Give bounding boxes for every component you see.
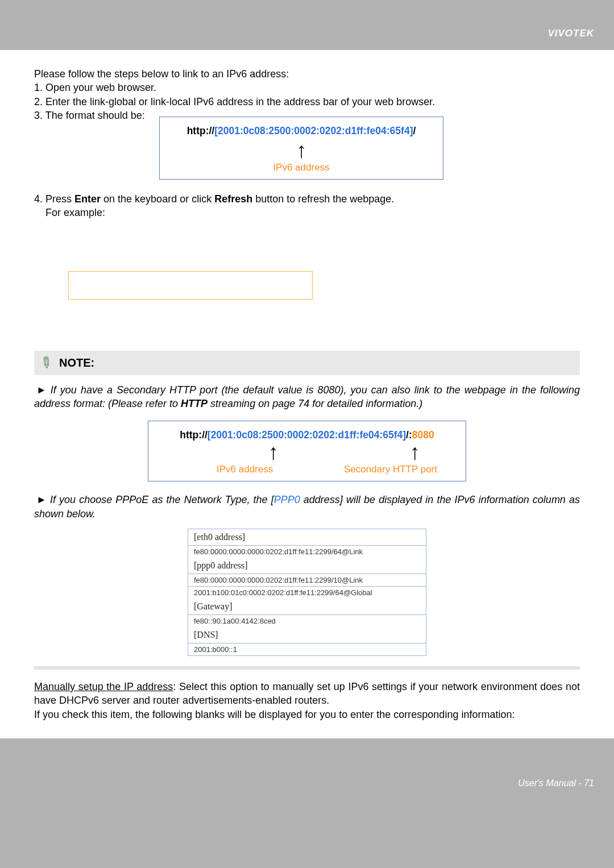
arrow-up-icon: ↑ — [409, 441, 420, 463]
refresh-btn-name: Refresh — [214, 193, 252, 205]
url-port: 8080 — [412, 429, 434, 441]
footer-label: User's Manual - — [518, 778, 584, 788]
ppp0-label: PPP0 — [274, 494, 300, 505]
ipv6-format-diagram: http://[2001:0c08:2500:0002:0202:d1ff:fe… — [159, 117, 443, 180]
step-2: 2. Enter the link-global or link-local I… — [34, 95, 580, 109]
table-row-value: 2001:b100:01c0:0002:0202:d1ff:fe11:2299/… — [188, 586, 426, 599]
ipv6-port-diagram: http://[2001:0c08:2500:0002:0202:d1ff:fe… — [148, 421, 466, 481]
url-ipv6-addr: 2001:0c08:2500:0002:0202:d1ff:fe04:65f4 — [218, 125, 410, 136]
footer-page: 71 — [584, 778, 594, 788]
arrow-row-1: ↑ — [171, 139, 432, 161]
http-label: HTTP — [181, 398, 208, 409]
caption-row-2: IPv6 address Secondary HTTP port — [160, 463, 454, 475]
t: 4. Press — [34, 193, 74, 205]
example-screenshot-placeholder — [68, 271, 313, 300]
caption-ipv6: IPv6 address — [217, 464, 273, 475]
url-example-1: http://[2001:0c08:2500:0002:0202:d1ff:fe… — [171, 125, 432, 137]
table-row-header: [DNS] — [188, 627, 426, 643]
table-row-header: [ppp0 address] — [188, 558, 426, 574]
url-suffix: / — [413, 125, 416, 136]
arrow-up-icon: ↑ — [296, 139, 307, 161]
t: button to refresh the webpage. — [252, 193, 394, 205]
brand-label: VIVOTEK — [547, 28, 594, 39]
note-bar: ✎ NOTE: — [34, 351, 580, 375]
footer-bar: User's Manual - 71 — [0, 738, 614, 805]
step-1: 1. Open your web browser. — [34, 81, 580, 94]
t: on the keyboard or click — [101, 193, 214, 205]
url-suffix: /: — [406, 429, 412, 441]
arrow-up-icon: ↑ — [268, 441, 279, 463]
note-paragraph-2: ► If you choose PPPoE as the Network Typ… — [34, 493, 580, 521]
table-row-header: [Gateway] — [188, 599, 426, 614]
t: streaming on page 74 for detailed inform… — [208, 398, 422, 409]
caption-ipv6: IPv6 address — [171, 162, 432, 173]
table-row-value: fe80:0000:0000:0000:0202:d1ff:fe11:2299/… — [188, 545, 426, 558]
content-section-1: Please follow the steps below to link to… — [0, 50, 614, 738]
step-4: 4. Press Enter on the keyboard or click … — [34, 192, 580, 220]
url-example-2: http://[2001:0c08:2500:0002:0202:d1ff:fe… — [160, 429, 454, 441]
url-prefix: http:// — [180, 429, 208, 441]
caption-port: Secondary HTTP port — [344, 464, 437, 475]
t: If you check this item, the following bl… — [34, 709, 515, 720]
enter-key: Enter — [74, 193, 101, 205]
table-row-value: 2001:b000::1 — [188, 643, 426, 655]
for-example: For example: — [34, 207, 105, 218]
url-prefix: http:// — [187, 125, 215, 136]
ipv6-info-table: [eth0 address]fe80:0000:0000:0000:0202:d… — [188, 529, 426, 656]
note-paragraph-1: ► If you have a Secondary HTTP port (the… — [34, 383, 580, 411]
table-row-value: fe80::90:1a00:4142:8ced — [188, 614, 426, 627]
footer-text: User's Manual - 71 — [518, 778, 594, 788]
manual-setup-title: Manually setup the IP address — [34, 681, 173, 692]
page: VIVOTEK Please follow the steps below to… — [0, 0, 614, 805]
table-row-value: fe80:0000:0000:0000:0202:d1ff:fe11:2299/… — [188, 574, 426, 586]
section-separator — [34, 666, 580, 670]
table-row-header: [eth0 address] — [188, 529, 426, 545]
manual-setup-paragraph: Manually setup the IP address: Select th… — [34, 680, 580, 721]
intro-lead: Please follow the steps below to link to… — [34, 67, 580, 81]
arrow-row-2: ↑ ↑ — [160, 441, 454, 463]
note-icon: ✎ — [36, 352, 57, 373]
t: ► If you choose PPPoE as the Network Typ… — [36, 494, 274, 505]
note-title: NOTE: — [59, 356, 94, 369]
header-bar: VIVOTEK — [0, 17, 614, 50]
url-ipv6-addr: 2001:0c08:2500:0002:0202:d1ff:fe04:65f4 — [211, 429, 403, 441]
